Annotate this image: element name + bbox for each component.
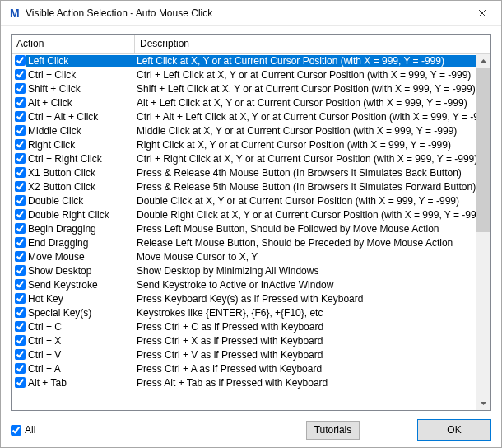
- row-description-label: Keystrokes like {ENTER}, {F6}, +{F10}, e…: [135, 307, 476, 319]
- dialog-content: Action Description Left ClickLeft Click …: [1, 26, 501, 447]
- list-row[interactable]: Shift + ClickShift + Left Click at X, Y …: [12, 82, 476, 96]
- row-checkbox[interactable]: [15, 377, 26, 388]
- row-checkbox[interactable]: [15, 167, 26, 178]
- row-checkbox[interactable]: [15, 195, 26, 206]
- row-description-label: Press Ctrl + X as if Pressed with Keyboa…: [135, 335, 476, 347]
- row-checkbox-cell: [12, 265, 28, 276]
- scroll-down-button[interactable]: [476, 396, 490, 410]
- scrollbar-track[interactable]: [476, 68, 490, 396]
- row-action-label: Alt + Tab: [28, 377, 135, 389]
- list-row[interactable]: Show DesktopShow Desktop by Minimizing A…: [12, 264, 476, 278]
- list-row[interactable]: Ctrl + CPress Ctrl + C as if Pressed wit…: [12, 320, 476, 334]
- row-action-label: Send Keystroke: [28, 279, 135, 291]
- row-checkbox[interactable]: [15, 321, 26, 332]
- scrollbar-thumb[interactable]: [476, 68, 490, 232]
- row-checkbox[interactable]: [15, 153, 26, 164]
- list-row[interactable]: Right ClickRight Click at X, Y or at Cur…: [12, 138, 476, 152]
- row-action-label: Special Key(s): [28, 307, 135, 319]
- row-checkbox-cell: [12, 139, 28, 150]
- list-row[interactable]: Ctrl + Alt + ClickCtrl + Alt + Left Clic…: [12, 110, 476, 124]
- app-icon: M: [7, 7, 21, 20]
- row-description-label: Double Click at X, Y or at Current Curso…: [135, 195, 476, 207]
- row-checkbox[interactable]: [15, 69, 26, 80]
- all-checkbox[interactable]: [11, 425, 21, 436]
- list-row[interactable]: Begin DraggingPress Left Mouse Button, S…: [12, 222, 476, 236]
- row-checkbox[interactable]: [15, 111, 26, 122]
- list-row[interactable]: End DraggingRelease Left Mouse Button, S…: [12, 236, 476, 250]
- close-button[interactable]: [463, 1, 501, 26]
- row-action-label: Alt + Click: [28, 97, 135, 109]
- all-checkbox-label[interactable]: All: [11, 424, 35, 436]
- list-row[interactable]: X1 Button ClickPress & Release 4th Mouse…: [12, 166, 476, 180]
- list-row[interactable]: Alt + ClickAlt + Left Click at X, Y or a…: [12, 96, 476, 110]
- row-checkbox[interactable]: [15, 209, 26, 220]
- row-checkbox[interactable]: [15, 139, 26, 150]
- row-action-label: Ctrl + C: [28, 321, 135, 333]
- row-checkbox[interactable]: [15, 349, 26, 360]
- tutorials-button[interactable]: Tutorials: [306, 421, 360, 440]
- row-checkbox[interactable]: [15, 237, 26, 248]
- row-checkbox-cell: [12, 153, 28, 164]
- list-row[interactable]: Alt + TabPress Alt + Tab as if Pressed w…: [12, 376, 476, 390]
- row-description-label: Press Left Mouse Button, Should be Follo…: [135, 223, 476, 235]
- row-description-label: Shift + Left Click at X, Y or at Current…: [135, 83, 476, 95]
- list-row[interactable]: Hot KeyPress Keyboard Key(s) as if Press…: [12, 292, 476, 306]
- row-description-label: Press Ctrl + A as if Pressed with Keyboa…: [135, 363, 476, 375]
- row-checkbox[interactable]: [15, 181, 26, 192]
- row-checkbox[interactable]: [15, 265, 26, 276]
- dialog-footer: All Tutorials OK: [11, 419, 491, 441]
- row-checkbox-cell: [12, 125, 28, 136]
- scroll-up-button[interactable]: [476, 54, 490, 68]
- row-checkbox[interactable]: [15, 55, 26, 66]
- all-label: All: [25, 424, 35, 436]
- list-row[interactable]: Ctrl + VPress Ctrl + V as if Pressed wit…: [12, 348, 476, 362]
- list-row[interactable]: Middle ClickMiddle Click at X, Y or at C…: [12, 124, 476, 138]
- list-row[interactable]: Ctrl + XPress Ctrl + X as if Pressed wit…: [12, 334, 476, 348]
- row-checkbox-cell: [12, 237, 28, 248]
- list-row[interactable]: Double Right ClickDouble Right Click at …: [12, 208, 476, 222]
- row-checkbox[interactable]: [15, 307, 26, 318]
- row-description-label: Alt + Left Click at X, Y or at Current C…: [135, 97, 476, 109]
- row-description-label: Double Right Click at X, Y or at Current…: [135, 209, 476, 221]
- row-checkbox[interactable]: [15, 335, 26, 346]
- list-row[interactable]: Special Key(s)Keystrokes like {ENTER}, {…: [12, 306, 476, 320]
- row-action-label: Shift + Click: [28, 83, 135, 95]
- row-description-label: Send Keystroke to Active or InActive Win…: [135, 279, 476, 291]
- list-row[interactable]: Ctrl + ClickCtrl + Left Click at X, Y or…: [12, 68, 476, 82]
- row-action-label: Ctrl + V: [28, 349, 135, 361]
- ok-button[interactable]: OK: [417, 419, 491, 441]
- column-header-action[interactable]: Action: [12, 35, 135, 53]
- window-title: Visible Action Selection - Auto Mouse Cl…: [26, 7, 463, 19]
- list-row[interactable]: Double ClickDouble Click at X, Y or at C…: [12, 194, 476, 208]
- row-checkbox-cell: [12, 321, 28, 332]
- row-action-label: Move Mouse: [28, 251, 135, 263]
- row-description-label: Right Click at X, Y or at Current Cursor…: [135, 139, 476, 151]
- list-row[interactable]: Left ClickLeft Click at X, Y or at Curre…: [12, 54, 476, 68]
- row-checkbox-cell: [12, 111, 28, 122]
- row-checkbox-cell: [12, 55, 28, 66]
- row-description-label: Press Alt + Tab as if Pressed with Keybo…: [135, 377, 476, 389]
- list-row[interactable]: Move MouseMove Mouse Cursor to X, Y: [12, 250, 476, 264]
- row-checkbox[interactable]: [15, 293, 26, 304]
- scrollbar-vertical[interactable]: [476, 54, 490, 410]
- row-action-label: Ctrl + Click: [28, 69, 135, 81]
- row-description-label: Middle Click at X, Y or at Current Curso…: [135, 125, 476, 137]
- row-checkbox[interactable]: [15, 251, 26, 262]
- row-checkbox[interactable]: [15, 97, 26, 108]
- list-row[interactable]: Ctrl + APress Ctrl + A as if Pressed wit…: [12, 362, 476, 376]
- list-row[interactable]: Ctrl + Right ClickCtrl + Right Click at …: [12, 152, 476, 166]
- column-header-description[interactable]: Description: [135, 35, 490, 53]
- row-checkbox-cell: [12, 307, 28, 318]
- list-row[interactable]: Send KeystrokeSend Keystroke to Active o…: [12, 278, 476, 292]
- row-checkbox[interactable]: [15, 363, 26, 374]
- row-checkbox-cell: [12, 69, 28, 80]
- list-body-wrap: Left ClickLeft Click at X, Y or at Curre…: [12, 54, 490, 410]
- row-description-label: Ctrl + Alt + Left Click at X, Y or at Cu…: [135, 111, 476, 123]
- row-checkbox[interactable]: [15, 279, 26, 290]
- list-row[interactable]: X2 Button ClickPress & Release 5th Mouse…: [12, 180, 476, 194]
- row-checkbox[interactable]: [15, 83, 26, 94]
- row-checkbox[interactable]: [15, 223, 26, 234]
- row-description-label: Ctrl + Right Click at X, Y or at Current…: [135, 153, 476, 165]
- row-checkbox-cell: [12, 377, 28, 388]
- row-checkbox[interactable]: [15, 125, 26, 136]
